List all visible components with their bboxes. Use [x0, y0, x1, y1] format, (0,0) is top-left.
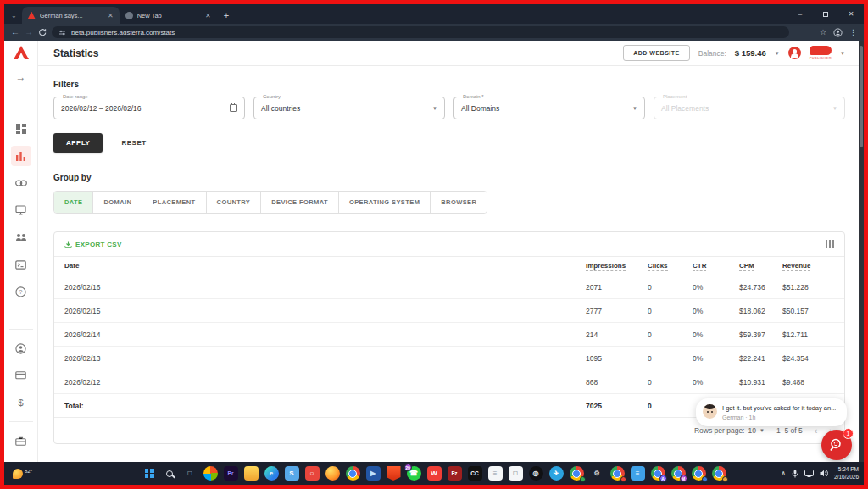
taskbar-app-notepad[interactable]: ≡: [488, 466, 503, 481]
taskbar-app-ms-store[interactable]: S: [285, 466, 299, 481]
taskbar-app-chrome-profile-6[interactable]: [712, 466, 726, 481]
sidebar-item-statistics[interactable]: [11, 146, 31, 166]
column-header-cpm[interactable]: CPM: [739, 262, 782, 270]
taskbar-app-chrome-profile-3[interactable]: A: [651, 466, 665, 481]
sidebar-collapse-arrow-icon[interactable]: →: [16, 71, 26, 83]
taskbar-app-notes-app[interactable]: ≡: [631, 466, 645, 481]
taskbar-app-filezilla[interactable]: Fz: [448, 466, 462, 481]
export-csv-button[interactable]: EXPORT CSV: [64, 241, 122, 248]
filter-value: All Placements: [661, 104, 709, 113]
taskbar-app-whatsapp[interactable]: ☎29: [407, 466, 421, 481]
group-tab-date[interactable]: DATE: [54, 192, 92, 213]
maximize-button[interactable]: [813, 4, 838, 24]
filter-date-range[interactable]: Date range2026/02/12 – 2026/02/16: [53, 97, 245, 119]
sidebar: → ? $: [4, 41, 38, 462]
app-badge: 29: [404, 464, 412, 471]
taskbar-weather-widget[interactable]: 82°: [13, 469, 32, 479]
profile-caret-icon[interactable]: ▼: [840, 51, 845, 56]
taskbar-app-microsoft-365[interactable]: [203, 466, 218, 481]
apply-button[interactable]: APPLY: [53, 133, 103, 153]
group-tab-country[interactable]: COUNTRY: [206, 192, 261, 213]
filter-domain[interactable]: Domain *All Domains▼: [453, 97, 645, 119]
group-tab-device-format[interactable]: DEVICE FORMAT: [260, 192, 338, 213]
add-website-button[interactable]: ADD WEBSITE: [623, 45, 690, 61]
taskbar-app-red-media-app[interactable]: ○: [305, 466, 320, 481]
sidebar-item-direct-link[interactable]: [11, 173, 31, 193]
taskbar-app-chrome-profile-2[interactable]: [610, 466, 625, 481]
chat-launcher-button[interactable]: 1: [821, 430, 852, 460]
sidebar-item-referrals[interactable]: [11, 227, 31, 247]
group-tab-browser[interactable]: BROWSER: [430, 192, 487, 213]
sidebar-item-jobs[interactable]: [11, 431, 31, 451]
taskbar-app-chrome-profile-5[interactable]: [692, 466, 706, 481]
column-header-impressions[interactable]: Impressions: [586, 262, 648, 270]
taskbar-app-telegram[interactable]: ✈: [549, 466, 564, 481]
reset-button[interactable]: RESET: [121, 139, 146, 147]
tab-close-icon[interactable]: ✕: [205, 12, 211, 19]
balance-caret-icon[interactable]: ▼: [775, 51, 780, 56]
taskbar-app-search[interactable]: [163, 466, 177, 481]
user-avatar[interactable]: [788, 47, 801, 59]
sidebar-item-profile[interactable]: [11, 338, 31, 358]
column-settings-icon[interactable]: [826, 240, 835, 248]
browser-tab-new-tab[interactable]: New Tab✕: [120, 7, 217, 24]
back-icon[interactable]: ←: [11, 28, 19, 36]
new-tab-button[interactable]: +: [217, 10, 236, 24]
microphone-icon[interactable]: [792, 470, 798, 478]
taskbar-app-chrome-profile-1[interactable]: [570, 466, 584, 481]
sidebar-item-help[interactable]: ?: [11, 281, 31, 302]
taskbar-app-firefox[interactable]: [326, 466, 340, 481]
cast-screen-icon[interactable]: [804, 470, 814, 477]
sidebar-item-payouts[interactable]: $: [11, 392, 31, 413]
dropdown-caret-icon[interactable]: ▼: [432, 106, 437, 111]
forward-icon[interactable]: →: [25, 28, 33, 36]
tab-search-chevron-icon[interactable]: ⌄: [8, 12, 22, 24]
group-tab-placement[interactable]: PLACEMENT: [142, 192, 205, 213]
taskbar-app-chrome[interactable]: [346, 466, 360, 481]
tray-expand-icon[interactable]: ∧: [781, 470, 786, 477]
rows-per-page[interactable]: Rows per page: 10 ▼: [694, 426, 765, 435]
refresh-icon[interactable]: [38, 28, 47, 36]
close-button[interactable]: ✕: [838, 4, 864, 24]
group-tab-domain[interactable]: DOMAIN: [92, 192, 142, 213]
taskbar-app-task-view[interactable]: □: [183, 466, 198, 481]
sidebar-item-dashboard[interactable]: [11, 119, 31, 139]
group-tab-operating-system[interactable]: OPERATING SYSTEM: [338, 192, 430, 213]
dropdown-caret-icon[interactable]: ▼: [632, 106, 637, 111]
taskbar-app-remote-desktop[interactable]: □: [509, 466, 523, 481]
sidebar-item-websites[interactable]: [11, 200, 31, 220]
page-scrollbar[interactable]: [859, 41, 864, 462]
publisher-brand[interactable]: PUBLISHER: [810, 46, 832, 60]
address-bar[interactable]: beta.publishers.adsterra.com/stats: [52, 26, 789, 38]
taskbar-app-chrome-profile-4[interactable]: M: [671, 466, 686, 481]
taskbar-app-w-app[interactable]: W: [427, 466, 442, 481]
taskbar-app-brave[interactable]: [387, 466, 401, 481]
minimize-button[interactable]: –: [787, 4, 813, 24]
browser-tab-german-says[interactable]: German says...✕: [22, 7, 120, 24]
taskbar-clock[interactable]: 5:24 PM 2/16/2026: [834, 466, 859, 481]
sidebar-item-payment-methods[interactable]: [11, 365, 31, 386]
taskbar-app-start[interactable]: [142, 466, 157, 481]
column-header-clicks[interactable]: Clicks: [648, 262, 693, 270]
profile-icon[interactable]: [833, 28, 843, 37]
taskbar-app-file-explorer[interactable]: [244, 466, 259, 481]
column-header-ctr[interactable]: CTR: [693, 262, 739, 270]
site-info-icon[interactable]: [58, 29, 66, 36]
taskbar-app-settings-gear[interactable]: ⚙: [590, 466, 604, 481]
calendar-icon[interactable]: [230, 104, 237, 112]
filter-country[interactable]: CountryAll countries▼: [253, 97, 445, 119]
taskbar-app-obs[interactable]: ◎: [529, 466, 543, 481]
column-header-revenue[interactable]: Revenue: [782, 262, 834, 270]
tab-close-icon[interactable]: ✕: [108, 12, 114, 19]
bookmark-star-icon[interactable]: ☆: [820, 28, 826, 36]
chat-message-bubble[interactable]: I get it. but you've asked for it today …: [696, 398, 847, 427]
taskbar-app-edge[interactable]: e: [264, 466, 279, 481]
taskbar-app-premiere-pro[interactable]: Pr: [224, 466, 238, 481]
adsterra-logo-icon[interactable]: [14, 46, 29, 59]
sidebar-item-console[interactable]: [11, 254, 31, 275]
prev-page-icon[interactable]: ‹: [815, 425, 818, 436]
menu-dots-icon[interactable]: ⋮: [849, 28, 857, 36]
taskbar-app-game-app[interactable]: ▶: [366, 466, 381, 481]
volume-icon[interactable]: [820, 470, 828, 477]
taskbar-app-capcut[interactable]: CC: [468, 466, 482, 481]
